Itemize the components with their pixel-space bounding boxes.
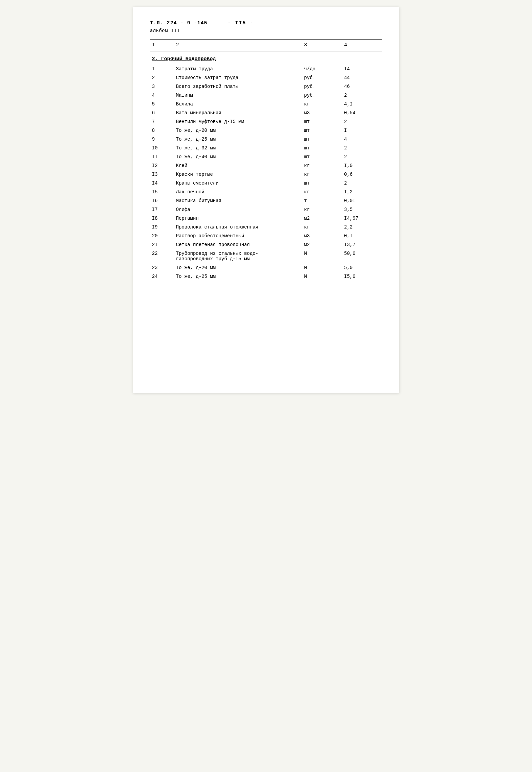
row-unit: шт xyxy=(302,126,342,135)
row-number: I4 xyxy=(150,179,174,188)
page-number: - II5 - xyxy=(228,20,254,26)
table-row: 6Вата минеральнаям30,54 xyxy=(150,108,382,117)
header: Т.П. 224 - 9 -145 - II5 - xyxy=(150,20,382,26)
table-row: I6Мастика битумнаят0,0I xyxy=(150,196,382,205)
row-value: I4,97 xyxy=(342,214,382,223)
row-unit: кг xyxy=(302,205,342,214)
row-unit: м2 xyxy=(302,214,342,223)
page: Т.П. 224 - 9 -145 - II5 - альбом III I 2… xyxy=(133,7,399,393)
table-row: I7Олифакг3,5 xyxy=(150,205,382,214)
table-row: I5Лак печнойкгI,2 xyxy=(150,188,382,196)
row-value: 2 xyxy=(342,152,382,161)
row-name: То же, д-25 мм xyxy=(174,135,302,144)
row-name: Трубопровод из стальных водо-газопроводн… xyxy=(174,249,302,263)
row-unit: шт xyxy=(302,152,342,161)
row-value: 2 xyxy=(342,179,382,188)
row-name: Краски тертые xyxy=(174,170,302,179)
table-row: 3Всего заработной платыруб.46 xyxy=(150,82,382,91)
main-table: I 2 3 4 2. Горячий водопроводIЗатраты тр… xyxy=(150,39,382,281)
table-row: IЗатраты трудач/днI4 xyxy=(150,65,382,73)
row-value: 2 xyxy=(342,117,382,126)
row-value: I,2 xyxy=(342,188,382,196)
row-unit: М xyxy=(302,272,342,281)
row-number: 2 xyxy=(150,73,174,82)
row-value: 0,54 xyxy=(342,108,382,117)
table-row: I9Проволока стальная отожженнаякг2,2 xyxy=(150,223,382,232)
row-value: 46 xyxy=(342,82,382,91)
table-row: 2IСетка плетеная проволочнаям2I3,7 xyxy=(150,240,382,249)
row-unit: шт xyxy=(302,144,342,152)
row-number: 22 xyxy=(150,249,174,263)
row-value: I5,0 xyxy=(342,272,382,281)
section-title-row: 2. Горячий водопровод xyxy=(150,51,382,65)
row-name: Олифа xyxy=(174,205,302,214)
row-value: 44 xyxy=(342,73,382,82)
row-value: I xyxy=(342,126,382,135)
row-name: То же, д-40 мм xyxy=(174,152,302,161)
row-number: 9 xyxy=(150,135,174,144)
col-header-2: 2 xyxy=(174,39,302,51)
table-row: 5Белилакг4,I xyxy=(150,100,382,108)
row-value: I,0 xyxy=(342,161,382,170)
row-number: I9 xyxy=(150,223,174,232)
row-value: 0,0I xyxy=(342,196,382,205)
row-unit: кг xyxy=(302,188,342,196)
doc-title: Т.П. 224 - 9 -145 xyxy=(150,20,208,26)
table-row: 22Трубопровод из стальных водо-газопрово… xyxy=(150,249,382,263)
row-unit: кг xyxy=(302,170,342,179)
row-unit: руб. xyxy=(302,82,342,91)
row-number: 24 xyxy=(150,272,174,281)
row-name: То же, д-20 мм xyxy=(174,263,302,272)
row-number: I3 xyxy=(150,170,174,179)
row-name: Вентили муфтовые д-I5 мм xyxy=(174,117,302,126)
album-subtitle: альбом III xyxy=(150,28,382,33)
row-unit: руб. xyxy=(302,73,342,82)
row-name: Всего заработной платы xyxy=(174,82,302,91)
row-name: Пергамин xyxy=(174,214,302,223)
row-unit: шт xyxy=(302,117,342,126)
row-unit: м2 xyxy=(302,240,342,249)
row-number: 2I xyxy=(150,240,174,249)
row-unit: М xyxy=(302,249,342,263)
row-unit: м3 xyxy=(302,232,342,240)
table-row: 20Раствор асбестоцементныйм30,I xyxy=(150,232,382,240)
row-number: 3 xyxy=(150,82,174,91)
table-row: 2Стоимость затрат трударуб.44 xyxy=(150,73,382,82)
row-name: Клей xyxy=(174,161,302,170)
row-value: 2 xyxy=(342,144,382,152)
table-header-row: I 2 3 4 xyxy=(150,39,382,51)
row-unit: ч/дн xyxy=(302,65,342,73)
row-unit: кг xyxy=(302,223,342,232)
table-row: 23То же, д-20 ммМ5,0 xyxy=(150,263,382,272)
row-number: I5 xyxy=(150,188,174,196)
row-name: Сетка плетеная проволочная xyxy=(174,240,302,249)
row-name: То же, д-20 мм xyxy=(174,126,302,135)
row-value: 3,5 xyxy=(342,205,382,214)
table-row: 8То же, д-20 ммштI xyxy=(150,126,382,135)
row-value: I4 xyxy=(342,65,382,73)
row-value: 4 xyxy=(342,135,382,144)
row-unit: шт xyxy=(302,135,342,144)
row-value: I3,7 xyxy=(342,240,382,249)
row-value: 5,0 xyxy=(342,263,382,272)
row-unit: м3 xyxy=(302,108,342,117)
row-name: Стоимость затрат труда xyxy=(174,73,302,82)
table-row: I0То же, д-32 ммшт2 xyxy=(150,144,382,152)
table-row: IIТо же, д-40 ммшт2 xyxy=(150,152,382,161)
row-name: Машины xyxy=(174,91,302,100)
col-header-3: 3 xyxy=(302,39,342,51)
row-name: Проволока стальная отожженная xyxy=(174,223,302,232)
row-unit: М xyxy=(302,263,342,272)
table-row: 24То же, д-25 ммМI5,0 xyxy=(150,272,382,281)
row-unit: руб. xyxy=(302,91,342,100)
row-number: I7 xyxy=(150,205,174,214)
row-value: 2,2 xyxy=(342,223,382,232)
table-row: I2КлейкгI,0 xyxy=(150,161,382,170)
table-row: I3Краски тертыекг0,6 xyxy=(150,170,382,179)
row-number: I xyxy=(150,65,174,73)
table-row: 7Вентили муфтовые д-I5 ммшт2 xyxy=(150,117,382,126)
row-number: 23 xyxy=(150,263,174,272)
row-number: 20 xyxy=(150,232,174,240)
row-number: 5 xyxy=(150,100,174,108)
table-row: I4Краны смесителишт2 xyxy=(150,179,382,188)
